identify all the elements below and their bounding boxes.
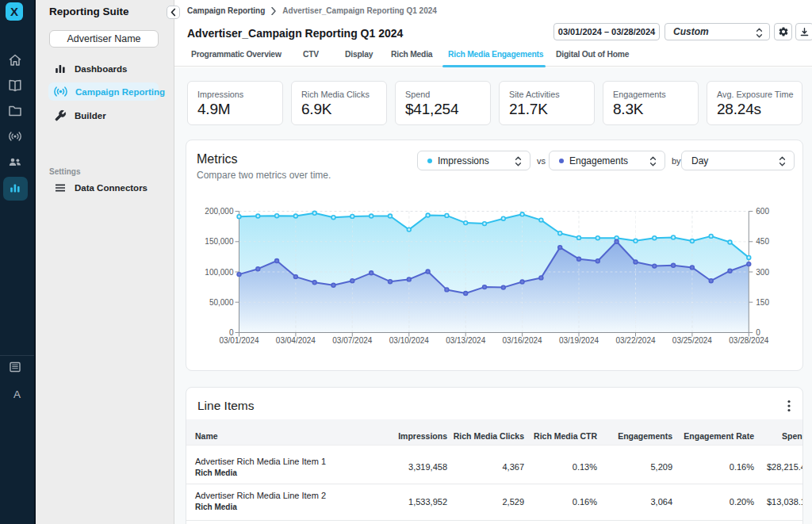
- svg-text:03/04/2024: 03/04/2024: [276, 336, 316, 345]
- svg-text:150,000: 150,000: [205, 237, 234, 246]
- svg-text:03/28/2024: 03/28/2024: [729, 336, 768, 345]
- svg-text:03/10/2024: 03/10/2024: [389, 336, 429, 345]
- svg-text:200,000: 200,000: [205, 207, 234, 216]
- svg-text:100,000: 100,000: [205, 268, 234, 277]
- svg-text:03/01/2024: 03/01/2024: [219, 336, 259, 345]
- svg-text:03/19/2024: 03/19/2024: [559, 336, 599, 345]
- svg-text:600: 600: [756, 207, 769, 216]
- svg-text:03/25/2024: 03/25/2024: [672, 336, 712, 345]
- svg-text:450: 450: [756, 237, 769, 246]
- svg-text:150: 150: [756, 298, 769, 307]
- svg-text:03/22/2024: 03/22/2024: [615, 336, 655, 345]
- svg-text:03/07/2024: 03/07/2024: [332, 336, 372, 345]
- svg-text:03/13/2024: 03/13/2024: [446, 336, 485, 345]
- svg-text:50,000: 50,000: [209, 298, 234, 307]
- svg-text:300: 300: [756, 268, 769, 277]
- svg-text:03/16/2024: 03/16/2024: [503, 336, 542, 345]
